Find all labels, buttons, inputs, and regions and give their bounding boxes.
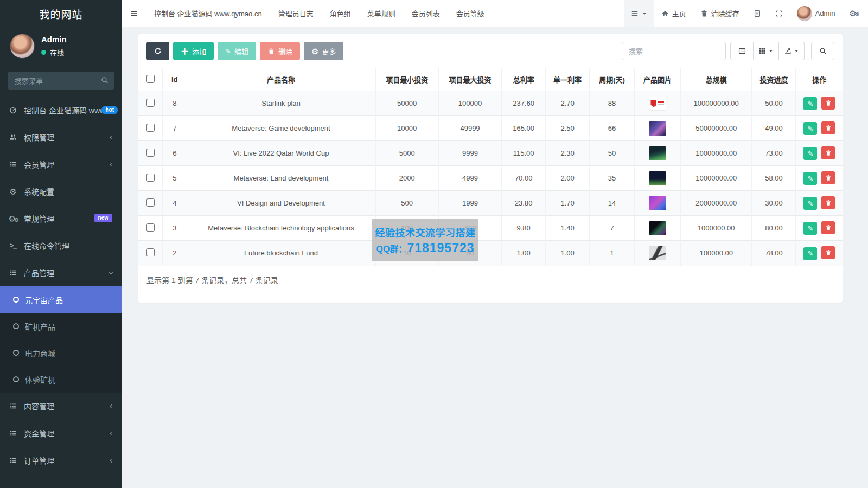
table-row[interactable]: 6 VI: Live 2022 Qatar World Cup 5000 999… <box>138 141 843 166</box>
sidebar: 我的网站 Admin 在线 控制台 企业猫源码 www.qymao.cn hot… <box>0 0 122 488</box>
caret-down-icon <box>768 48 774 54</box>
sidebar-item[interactable]: 会员管理 <box>0 151 122 178</box>
detail-view-icon <box>738 47 746 55</box>
toolbar-right <box>622 42 834 60</box>
sidebar-item[interactable]: 产品管理 <box>0 259 122 286</box>
row-checkbox[interactable] <box>146 149 155 157</box>
column-header: 操作 <box>796 68 843 91</box>
detail-view-button[interactable] <box>730 42 754 60</box>
fullscreen-button[interactable] <box>768 0 790 27</box>
sidebar-item[interactable]: 控制台 企业猫源码 www.qymao.cn hot <box>0 97 122 124</box>
row-delete-button[interactable] <box>821 146 835 159</box>
row-edit-button[interactable]: ✎ <box>803 247 817 260</box>
row-delete-button[interactable] <box>821 246 835 259</box>
product-image[interactable] <box>649 196 666 210</box>
row-edit-button[interactable]: ✎ <box>803 97 817 110</box>
row-checkbox[interactable] <box>146 99 155 107</box>
topbar: 控制台 企业猫源码 www.qymao.cn 管理员日志 角色组 菜单规则 会员… <box>122 0 868 27</box>
circle-icon <box>13 376 19 382</box>
product-image[interactable] <box>649 146 666 160</box>
product-image[interactable] <box>649 246 666 260</box>
table-search-input[interactable] <box>622 42 726 60</box>
language-button[interactable] <box>746 0 768 27</box>
select-all-checkbox[interactable] <box>146 75 155 83</box>
pencil-icon: ✎ <box>807 200 813 207</box>
sidebar-subitem[interactable]: 体验矿机 <box>0 366 122 393</box>
export-button[interactable] <box>779 42 805 60</box>
table-row[interactable]: 2 Future blockchain Fund 10 50 1.00 1.00… <box>138 241 843 266</box>
product-image[interactable] <box>649 121 666 136</box>
sidebar-item[interactable]: 订单管理 <box>0 447 122 474</box>
sidebar-item[interactable]: ⚙⚙ 常规管理 new <box>0 205 122 232</box>
clear-cache-button[interactable]: 清除缓存 <box>693 0 746 27</box>
list-icon <box>8 429 18 437</box>
table-row[interactable]: 4 VI Design and Development 500 1999 23.… <box>138 191 843 216</box>
profile-menu[interactable]: Admin <box>790 0 843 27</box>
column-header: 项目最大投资 <box>438 68 501 91</box>
row-edit-button[interactable]: ✎ <box>803 122 817 135</box>
gear-icon: ⚙ <box>311 47 318 55</box>
column-header: Id <box>163 68 187 91</box>
topbar-tab[interactable]: 会员等级 <box>448 0 493 27</box>
row-delete-button[interactable] <box>821 221 835 234</box>
sidebar-subitem[interactable]: 矿机产品 <box>0 313 122 339</box>
topbar-tab[interactable]: 管理员日志 <box>270 0 322 27</box>
row-checkbox[interactable] <box>146 198 155 207</box>
topbar-tab[interactable]: 会员列表 <box>404 0 448 27</box>
row-delete-button[interactable] <box>821 121 835 134</box>
table-row[interactable]: 3 Metaverse: Blockchain technology appli… <box>138 216 843 241</box>
trash-icon <box>825 175 832 181</box>
row-delete-button[interactable] <box>821 97 835 110</box>
sidebar-submenu: 元宇宙产品 矿机产品 电力商城 体验矿机 <box>0 286 122 393</box>
row-checkbox[interactable] <box>146 124 155 132</box>
product-image[interactable] <box>649 221 666 235</box>
product-image[interactable] <box>649 97 666 111</box>
home-button[interactable]: 主页 <box>654 0 693 27</box>
row-delete-button[interactable] <box>821 171 835 184</box>
sidebar-subitem[interactable]: 元宇宙产品 <box>0 286 122 313</box>
table-row[interactable]: 8 Starlink plan 50000 100000 237.60 2.70… <box>138 91 843 116</box>
sidebar-item[interactable]: 内容管理 <box>0 393 122 420</box>
sidebar-menu: 控制台 企业猫源码 www.qymao.cn hot 权限管理 会员管理 ⚙ 系… <box>0 97 122 474</box>
table-row[interactable]: 7 Metaverse: Game development 10000 4999… <box>138 116 843 141</box>
user-panel: Admin 在线 <box>0 27 122 66</box>
product-image[interactable] <box>649 171 666 185</box>
chevron-left-icon <box>108 431 114 436</box>
row-edit-button[interactable]: ✎ <box>803 197 817 210</box>
settings-button[interactable]: ⚙⚙ <box>843 0 868 27</box>
sidebar-item[interactable]: ⚙ 系统配置 <box>0 178 122 205</box>
row-delete-button[interactable] <box>821 196 835 209</box>
sidebar-toggle-icon[interactable] <box>122 10 146 17</box>
chevron-left-icon <box>108 403 114 409</box>
row-checkbox[interactable] <box>146 174 155 182</box>
refresh-button[interactable] <box>146 42 169 60</box>
row-edit-button[interactable]: ✎ <box>803 222 817 235</box>
advanced-search-button[interactable] <box>811 42 834 60</box>
row-checkbox[interactable] <box>146 248 155 256</box>
topbar-tab[interactable]: 菜单规则 <box>359 0 404 27</box>
add-button[interactable]: ＋ 添加 <box>173 42 214 60</box>
row-edit-button[interactable]: ✎ <box>803 172 817 185</box>
sidebar-item[interactable]: >_ 在线命令管理 <box>0 232 122 259</box>
list-icon <box>8 402 18 410</box>
row-checkbox[interactable] <box>146 223 155 232</box>
topbar-tab[interactable]: 控制台 企业猫源码 www.qymao.cn <box>146 0 270 27</box>
products-table: Id产品名称项目最小投资项目最大投资总利率单一利率周期(天)产品图片总规模投资进… <box>138 68 843 266</box>
more-button[interactable]: ⚙ 更多 <box>304 42 343 60</box>
edit-button[interactable]: ✎ 编辑 <box>218 42 256 60</box>
pencil-icon: ✎ <box>807 150 813 157</box>
columns-button[interactable] <box>754 42 779 60</box>
circle-icon <box>13 350 19 356</box>
row-edit-button[interactable]: ✎ <box>803 147 817 160</box>
sidebar-item[interactable]: 资金管理 <box>0 420 122 447</box>
user-avatar[interactable] <box>10 34 35 59</box>
delete-button[interactable]: 删除 <box>260 42 300 60</box>
hot-badge: hot <box>101 106 118 114</box>
table-row[interactable]: 5 Metaverse: Land development 2000 4999 … <box>138 166 843 191</box>
sidebar-search-input[interactable] <box>8 72 114 90</box>
tab-list-dropdown[interactable] <box>624 0 654 27</box>
sidebar-subitem[interactable]: 电力商城 <box>0 339 122 366</box>
sidebar-search <box>8 72 114 90</box>
topbar-tab[interactable]: 角色组 <box>322 0 359 27</box>
sidebar-item[interactable]: 权限管理 <box>0 124 122 151</box>
